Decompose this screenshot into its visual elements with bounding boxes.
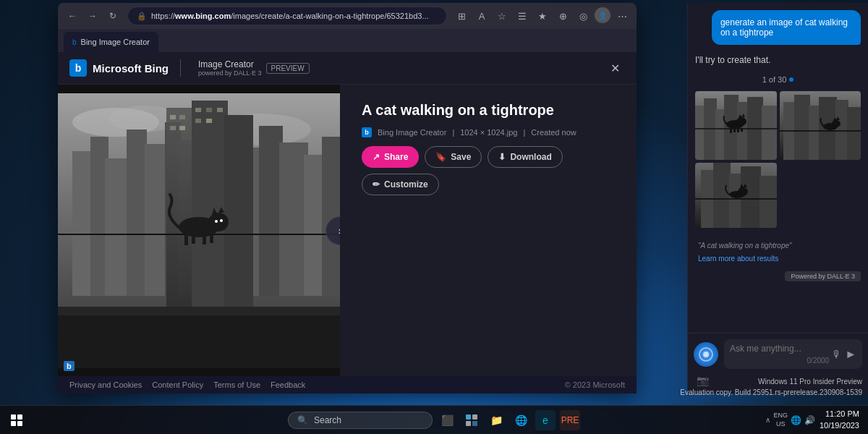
svg-rect-6 bbox=[105, 158, 130, 296]
terms-link[interactable]: Terms of Use bbox=[213, 380, 260, 389]
svg-rect-58 bbox=[733, 128, 736, 132]
bing-watermark: b bbox=[64, 362, 75, 370]
download-icon: ⬇ bbox=[498, 152, 506, 162]
meta-icon: b bbox=[362, 127, 372, 137]
dall-e-badge: Powered by DALL·E 3 bbox=[785, 271, 861, 281]
split-view-icon[interactable]: ⊞ bbox=[453, 7, 470, 25]
svg-rect-75 bbox=[713, 163, 731, 228]
tab-favicon: b bbox=[72, 38, 77, 46]
close-button[interactable]: ✕ bbox=[605, 58, 625, 78]
svg-rect-59 bbox=[737, 128, 739, 132]
chevron-icon[interactable]: ∧ bbox=[765, 416, 770, 424]
reading-list-icon[interactable]: ☰ bbox=[514, 7, 531, 25]
generated-image-2[interactable] bbox=[780, 91, 861, 160]
svg-rect-23 bbox=[170, 126, 176, 130]
svg-rect-86 bbox=[466, 414, 471, 420]
image-title: A cat walking on a tightrope bbox=[362, 102, 622, 119]
divider bbox=[180, 59, 181, 77]
svg-rect-28 bbox=[195, 119, 201, 123]
widgets-icon[interactable] bbox=[461, 410, 482, 430]
copilot-input[interactable] bbox=[730, 344, 829, 354]
svg-rect-63 bbox=[794, 95, 810, 160]
bing-header: b Microsoft Bing Image Creator powered b… bbox=[58, 52, 637, 85]
svg-rect-29 bbox=[206, 119, 212, 123]
profile-icon[interactable]: 👤 bbox=[595, 7, 610, 23]
share-icon: ↗ bbox=[373, 152, 380, 162]
copilot-chat: generate an image of cat walking on a ti… bbox=[688, 3, 868, 333]
svg-rect-77 bbox=[741, 166, 761, 228]
content-policy-link[interactable]: Content Policy bbox=[152, 380, 203, 389]
cat-image bbox=[58, 93, 340, 368]
preview-badge: PREVIEW bbox=[266, 63, 310, 74]
file-explorer-icon[interactable]: 📁 bbox=[486, 410, 506, 430]
send-button[interactable]: ► bbox=[845, 348, 856, 361]
more-icon[interactable]: ⋯ bbox=[613, 7, 631, 25]
browser-icon[interactable]: 🌐 bbox=[511, 410, 531, 430]
footer-links: Privacy and Cookies Content Policy Terms… bbox=[69, 380, 305, 389]
browser-window: ← → ↻ 🔒 https://www.bing.com/images/crea… bbox=[58, 3, 637, 393]
svg-point-85 bbox=[703, 352, 709, 357]
copilot-icon[interactable]: ◎ bbox=[574, 7, 592, 25]
bing-logo-text: Microsoft Bing bbox=[93, 62, 169, 75]
volume-icon[interactable]: 🔊 bbox=[804, 415, 815, 425]
footer-copyright: © 2023 Microsoft bbox=[565, 380, 625, 389]
taskbar-center: 🔍 Search ⬛ 📁 🌐 e PRE bbox=[288, 410, 580, 430]
svg-rect-21 bbox=[170, 115, 176, 119]
forward-button[interactable]: → bbox=[84, 7, 101, 25]
action-buttons: ↗ Share 🔖 Save ⬇ Download ✏ Customize bbox=[362, 146, 622, 195]
privacy-link[interactable]: Privacy and Cookies bbox=[69, 380, 142, 389]
save-button[interactable]: 🔖 Save bbox=[425, 146, 482, 168]
lang-region: ENG US bbox=[773, 412, 788, 428]
svg-rect-24 bbox=[179, 126, 185, 130]
svg-rect-88 bbox=[466, 421, 471, 426]
bookmark-icon[interactable]: ☆ bbox=[493, 7, 511, 25]
svg-rect-76 bbox=[729, 174, 742, 228]
learn-more-link[interactable]: Learn more about results bbox=[698, 255, 778, 263]
edge-icon[interactable]: e bbox=[535, 410, 556, 430]
feedback-link[interactable]: Feedback bbox=[271, 380, 305, 389]
favorites-icon[interactable]: ★ bbox=[534, 7, 551, 25]
image-meta: b Bing Image Creator | 1024 × 1024.jpg |… bbox=[362, 127, 622, 137]
customize-button[interactable]: ✏ Customize bbox=[362, 174, 439, 195]
system-tray: ∧ ENG US 🌐 🔊 bbox=[765, 412, 815, 428]
font-icon[interactable]: A bbox=[473, 7, 490, 25]
collections-icon[interactable]: ⊕ bbox=[554, 7, 571, 25]
svg-point-54 bbox=[736, 117, 746, 126]
download-button[interactable]: ⬇ Download bbox=[488, 146, 562, 168]
caption-area: "A cat walking on a tightrope" Learn mor… bbox=[695, 235, 861, 267]
taskbar-search[interactable]: 🔍 Search bbox=[288, 412, 433, 429]
start-button[interactable] bbox=[6, 409, 27, 431]
address-bar[interactable]: 🔒 https://www.bing.com/images/create/a-c… bbox=[127, 7, 447, 25]
svg-rect-51 bbox=[762, 106, 777, 160]
search-text: Search bbox=[314, 415, 341, 425]
share-button[interactable]: ↗ Share bbox=[362, 146, 419, 168]
browser-content: b Microsoft Bing Image Creator powered b… bbox=[58, 52, 637, 393]
svg-rect-37 bbox=[184, 235, 188, 245]
toolbar-icons: ⊞ A ☆ ☰ ★ ⊕ ◎ 👤 ⋯ bbox=[453, 7, 631, 25]
user-message: generate an image of cat walking on a ti… bbox=[712, 10, 861, 45]
svg-rect-87 bbox=[472, 414, 477, 420]
store-icon[interactable]: PRE bbox=[560, 410, 580, 430]
windows-watermark: Windows 11 Pro Insider Preview Evaluatio… bbox=[680, 376, 862, 398]
browser-controls: ← → ↻ bbox=[64, 7, 122, 25]
copilot-avatar bbox=[694, 342, 718, 367]
generated-images-grid bbox=[695, 91, 861, 228]
counter-dot bbox=[789, 77, 793, 82]
generated-image-1[interactable] bbox=[695, 91, 777, 160]
mic-button[interactable]: 🎙 bbox=[832, 349, 842, 360]
network-icon[interactable]: 🌐 bbox=[791, 415, 801, 425]
main-content: b › A cat walking on a tightrope b Bing … bbox=[58, 85, 637, 376]
search-icon: 🔍 bbox=[297, 415, 308, 425]
copilot-icon-row: 0/2000 🎙 ► bbox=[694, 339, 862, 369]
bing-logo: b Microsoft Bing Image Creator powered b… bbox=[69, 59, 310, 77]
generated-image-3[interactable] bbox=[695, 163, 777, 228]
image-creator-badge: Image Creator powered by DALL·E 3 PREVIE… bbox=[198, 59, 310, 77]
svg-rect-67 bbox=[847, 107, 861, 160]
refresh-button[interactable]: ↻ bbox=[104, 7, 122, 25]
clock[interactable]: 11:20 PM 10/19/2023 bbox=[820, 409, 859, 431]
back-button[interactable]: ← bbox=[64, 7, 81, 25]
assistant-message: I'll try to create that. bbox=[695, 52, 861, 68]
task-view-icon[interactable]: ⬛ bbox=[437, 410, 457, 430]
active-tab[interactable]: b Bing Image Creator bbox=[64, 32, 158, 52]
svg-point-42 bbox=[220, 219, 223, 222]
